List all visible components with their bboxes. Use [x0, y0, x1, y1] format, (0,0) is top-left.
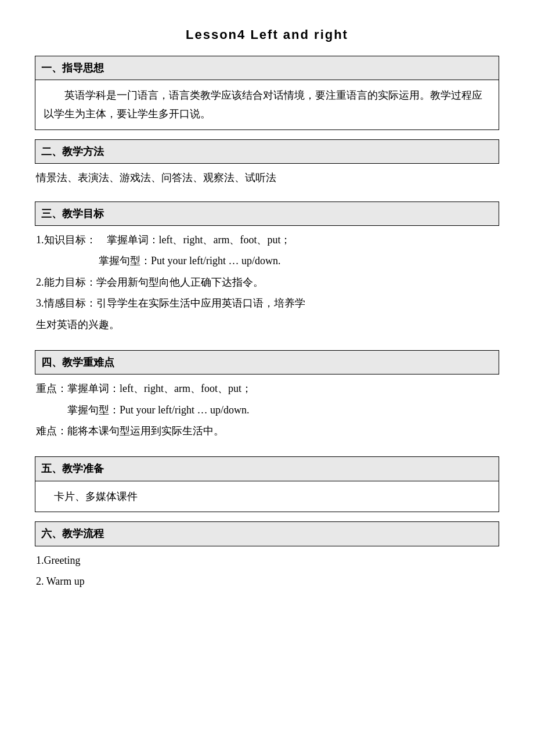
- objective-knowledge-line1: 1.知识目标： 掌握单词：left、right、arm、foot、put；: [36, 231, 498, 249]
- section-teaching-methods: 二、教学方法 情景法、表演法、游戏法、问答法、观察法、试听法: [35, 139, 499, 192]
- page-container: Lesson4 Left and right 一、指导思想 英语学科是一门语言，…: [35, 23, 499, 597]
- section-body-4: 重点：掌握单词：left、right、arm、foot、put； 掌握句型：Pu…: [35, 375, 499, 447]
- section-body-6: 1.Greeting 2. Warm up: [35, 546, 499, 598]
- section-header-5: 五、教学准备: [35, 456, 499, 481]
- section-body-1: 英语学科是一门语言，语言类教学应该结合对话情境，要注重语言的实际运用。教学过程应…: [35, 80, 499, 130]
- objective-ability: 2.能力目标：学会用新句型向他人正确下达指令。: [36, 273, 498, 291]
- section-key-difficulties: 四、教学重难点 重点：掌握单词：left、right、arm、foot、put；…: [35, 350, 499, 448]
- section-guiding-thought: 一、指导思想 英语学科是一门语言，语言类教学应该结合对话情境，要注重语言的实际运…: [35, 56, 499, 130]
- key-point-line1: 重点：掌握单词：left、right、arm、foot、put；: [36, 379, 498, 398]
- section-body-2: 情景法、表演法、游戏法、问答法、观察法、试听法: [35, 164, 499, 192]
- difficulty-line: 难点：能将本课句型运用到实际生活中。: [36, 422, 498, 440]
- section-header-2: 二、教学方法: [35, 139, 499, 164]
- section-teaching-prep: 五、教学准备 卡片、多媒体课件: [35, 456, 499, 512]
- section-body-5: 卡片、多媒体课件: [35, 481, 499, 512]
- section-header-6: 六、教学流程: [35, 521, 499, 546]
- section-header-4: 四、教学重难点: [35, 350, 499, 375]
- page-title: Lesson4 Left and right: [35, 23, 499, 46]
- prep-text: 卡片、多媒体课件: [44, 487, 490, 506]
- key-point-line2: 掌握句型：Put your left/right … up/down.: [36, 401, 498, 419]
- objective-knowledge-line2: 掌握句型：Put your left/right … up/down.: [36, 251, 498, 270]
- process-item-2: 2. Warm up: [36, 572, 498, 591]
- section-teaching-objectives: 三、教学目标 1.知识目标： 掌握单词：left、right、arm、foot、…: [35, 201, 499, 341]
- objective-emotion-line2: 生对英语的兴趣。: [36, 315, 498, 334]
- process-item-1: 1.Greeting: [36, 551, 498, 570]
- section1-para1: 英语学科是一门语言，语言类教学应该结合对话情境，要注重语言的实际运用。教学过程应…: [44, 86, 490, 124]
- section-header-1: 一、指导思想: [35, 56, 499, 80]
- section-body-3: 1.知识目标： 掌握单词：left、right、arm、foot、put； 掌握…: [35, 226, 499, 341]
- section2-text: 情景法、表演法、游戏法、问答法、观察法、试听法: [36, 168, 498, 187]
- objective-emotion-line1: 3.情感目标：引导学生在实际生活中应用英语口语，培养学: [36, 294, 498, 312]
- section-header-3: 三、教学目标: [35, 201, 499, 226]
- section-teaching-process: 六、教学流程 1.Greeting 2. Warm up: [35, 521, 499, 597]
